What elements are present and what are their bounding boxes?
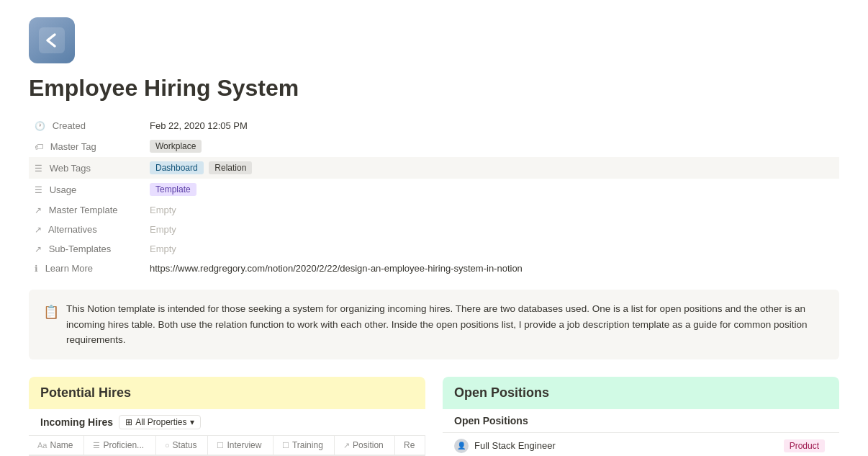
chevron-down-icon: ▾ xyxy=(190,417,194,427)
prop-row-created: 🕐 Created Feb 22, 2020 12:05 PM xyxy=(29,116,839,135)
prop-value-master-template: Empty xyxy=(144,200,839,220)
potential-hires-section: Potential Hires Incoming Hires ⊞ All Pro… xyxy=(29,377,425,456)
arrow-up-right2-icon: ↗ xyxy=(35,225,42,235)
avatar-full-stack: 👤 xyxy=(454,439,469,453)
description-text: This Notion template is intended for tho… xyxy=(66,301,825,348)
col-proficiency: ☰Proficien... xyxy=(84,436,156,455)
col-re: Re xyxy=(395,436,425,455)
page-title: Employee Hiring System xyxy=(29,75,839,102)
arrow-up-right-icon: ↗ xyxy=(35,205,42,215)
col-training: ☐Training xyxy=(273,436,334,455)
prop-label-learn-more: ℹ Learn More xyxy=(29,259,144,278)
prop-value-created: Feb 22, 2020 12:05 PM xyxy=(144,116,839,135)
prop-row-master-tag: 🏷 Master Tag Workplace xyxy=(29,135,839,157)
tag-icon: 🏷 xyxy=(35,142,43,152)
properties-table: 🕐 Created Feb 22, 2020 12:05 PM 🏷 Master… xyxy=(29,116,839,278)
description-icon: 📋 xyxy=(43,302,59,323)
table-header-row: AaName ☰Proficien... ○Status ☐Interview … xyxy=(29,436,425,455)
prop-label-alternatives: ↗ Alternatives xyxy=(29,220,144,239)
prop-row-usage: ☰ Usage Template xyxy=(29,179,839,200)
prop-row-master-template: ↗ Master Template Empty xyxy=(29,200,839,220)
clock-icon: 🕐 xyxy=(35,121,45,131)
incoming-hires-table: AaName ☰Proficien... ○Status ☐Interview … xyxy=(29,436,425,455)
prop-value-master-tag: Workplace xyxy=(144,135,839,157)
prop-label-sub-templates: ↗ Sub-Templates xyxy=(29,239,144,259)
position-name-full-stack: 👤 Full Stack Engineer xyxy=(454,439,556,453)
prop-row-learn-more: ℹ Learn More https://www.redgregory.com/… xyxy=(29,259,839,278)
list2-icon: ☰ xyxy=(35,185,42,195)
incoming-hires-title: Incoming Hires xyxy=(40,416,113,428)
open-positions-header: Open Positions xyxy=(443,377,839,409)
grid-icon: ⊞ xyxy=(125,417,132,427)
prop-value-usage: Template xyxy=(144,179,839,200)
app-icon xyxy=(29,17,75,63)
list-icon: ☰ xyxy=(35,164,42,174)
position-title-full-stack[interactable]: Full Stack Engineer xyxy=(474,440,556,451)
prop-label-master-template: ↗ Master Template xyxy=(29,200,144,220)
prop-label-created: 🕐 Created xyxy=(29,116,144,135)
info-icon: ℹ xyxy=(35,264,38,274)
col-name: AaName xyxy=(29,436,84,455)
prop-value-learn-more: https://www.redgregory.com/notion/2020/2… xyxy=(144,259,839,278)
potential-hires-header: Potential Hires xyxy=(29,377,425,409)
databases-row: Potential Hires Incoming Hires ⊞ All Pro… xyxy=(29,377,839,456)
open-positions-section: Open Positions Open Positions 👤 Full Sta… xyxy=(443,377,839,456)
col-status: ○Status xyxy=(155,436,207,455)
prop-row-alternatives: ↗ Alternatives Empty xyxy=(29,220,839,239)
prop-row-sub-templates: ↗ Sub-Templates Empty xyxy=(29,239,839,259)
arrow-up-right3-icon: ↗ xyxy=(35,244,42,254)
all-properties-button[interactable]: ⊞ All Properties ▾ xyxy=(119,415,200,429)
web-tag-dashboard[interactable]: Dashboard xyxy=(150,161,204,174)
prop-value-sub-templates: Empty xyxy=(144,239,839,259)
open-positions-subheader: Open Positions xyxy=(443,409,839,433)
learn-more-link[interactable]: https://www.redgregory.com/notion/2020/2… xyxy=(150,263,523,274)
prop-label-web-tags: ☰ Web Tags xyxy=(29,157,144,179)
prop-label-master-tag: 🏷 Master Tag xyxy=(29,135,144,157)
col-position: ↗Position xyxy=(335,436,395,455)
prop-value-alternatives: Empty xyxy=(144,220,839,239)
master-tag-badge[interactable]: Workplace xyxy=(150,140,202,153)
col-interview: ☐Interview xyxy=(208,436,273,455)
prop-value-web-tags: Dashboard Relation xyxy=(144,157,839,179)
open-positions-list: 👤 Full Stack Engineer Product 👤 Social M… xyxy=(443,433,839,456)
prop-label-usage: ☰ Usage xyxy=(29,179,144,200)
usage-badge[interactable]: Template xyxy=(150,183,196,196)
incoming-hires-subheader: Incoming Hires ⊞ All Properties ▾ xyxy=(29,409,425,436)
tag-product-full-stack[interactable]: Product xyxy=(784,439,825,452)
web-tag-relation[interactable]: Relation xyxy=(209,161,252,174)
svg-rect-0 xyxy=(39,27,65,53)
position-row-full-stack: 👤 Full Stack Engineer Product xyxy=(443,433,839,456)
description-box: 📋 This Notion template is intended for t… xyxy=(29,290,839,359)
page-container: Employee Hiring System 🕐 Created Feb 22,… xyxy=(0,0,868,456)
prop-row-web-tags: ☰ Web Tags Dashboard Relation xyxy=(29,157,839,179)
